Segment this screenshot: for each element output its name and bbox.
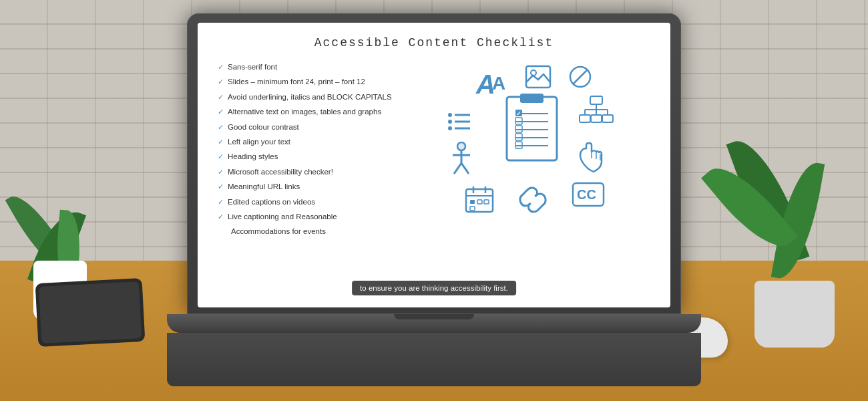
checklist-text-11: Live captioning and Reasonable (228, 211, 337, 222)
svg-rect-13 (520, 94, 544, 103)
check-icon-2: ✓ (218, 77, 224, 87)
svg-rect-25 (590, 96, 602, 104)
hand-icon (575, 142, 604, 175)
svg-text:✓: ✓ (516, 110, 521, 117)
svg-line-38 (454, 163, 461, 174)
accessibility-icon (445, 142, 478, 178)
checklist-text-2: Slides – minimum font 24, print – font 1… (228, 76, 365, 87)
checklist-text-6: Left align your text (228, 136, 290, 147)
checklist-text-10: Edited captions on videos (228, 196, 315, 207)
checklist-item-7: ✓ Heading styles (218, 151, 425, 162)
svg-point-6 (448, 113, 452, 117)
calendar-icon (465, 185, 494, 213)
checklist-section: ✓ Sans-serif font ✓ Slides – minimum fon… (218, 61, 425, 249)
tooltip: to ensure you are thinking accessibility… (352, 281, 516, 295)
svg-text:A: A (492, 73, 505, 94)
check-icon-4: ✓ (218, 107, 224, 117)
checklist-item-10: ✓ Edited captions on videos (218, 196, 425, 207)
checklist-text-9: Meaningful URL links (228, 181, 300, 192)
no-symbol-icon (568, 65, 592, 89)
checklist-item-2: ✓ Slides – minimum font 24, print – font… (218, 76, 425, 87)
document-checklist-icon: ✓ (501, 92, 562, 165)
laptop-screen: Accessible Content Checklist ✓ Sans-seri… (198, 23, 670, 307)
plant-right (734, 134, 855, 348)
checklist-item-11: ✓ Live captioning and Reasonable (218, 211, 425, 222)
svg-rect-33 (602, 115, 613, 122)
checklist-item-1: ✓ Sans-serif font (218, 61, 425, 72)
svg-rect-32 (591, 115, 602, 122)
check-icon-10: ✓ (218, 197, 224, 207)
org-chart-icon (578, 95, 615, 128)
svg-rect-46 (484, 200, 489, 204)
laptop-keyboard (167, 333, 701, 386)
svg-rect-47 (470, 207, 475, 211)
svg-line-5 (574, 70, 587, 84)
checklist-text-3: Avoid underlining, italics and BLOCK CAP… (228, 92, 392, 102)
check-icon-8: ✓ (218, 167, 224, 177)
check-icon-6: ✓ (218, 137, 224, 147)
svg-rect-31 (580, 115, 590, 122)
svg-text:CC: CC (577, 187, 596, 202)
svg-point-10 (448, 126, 452, 130)
icons-section: A A (438, 61, 650, 249)
checklist-item-4: ✓ Alternative text on images, tables and… (218, 106, 425, 117)
check-icon-7: ✓ (218, 152, 224, 162)
svg-line-39 (461, 163, 469, 174)
screen-content: Accessible Content Checklist ✓ Sans-seri… (198, 23, 670, 307)
check-icon-3: ✓ (218, 92, 224, 102)
checklist-text-8: Microsoft accessibility checker! (228, 166, 333, 177)
laptop-base (167, 314, 701, 333)
content-layout: ✓ Sans-serif font ✓ Slides – minimum fon… (218, 61, 650, 249)
image-icon (525, 65, 552, 89)
checklist-item-8: ✓ Microsoft accessibility checker! (218, 166, 425, 177)
svg-rect-12 (507, 97, 557, 160)
closed-caption-icon: CC (572, 182, 605, 207)
list-icon (445, 108, 473, 134)
screen-title: Accessible Content Checklist (218, 36, 650, 49)
checklist-text-4: Alternative text on images, tables and g… (228, 106, 381, 117)
svg-point-35 (457, 142, 465, 150)
check-icon-1: ✓ (218, 62, 224, 72)
checklist-text-5: Good colour contrast (228, 122, 299, 132)
checklist-item-9: ✓ Meaningful URL links (218, 181, 425, 192)
checklist-item-6: ✓ Left align your text (218, 136, 425, 147)
laptop-screen-bezel: Accessible Content Checklist ✓ Sans-seri… (187, 13, 681, 314)
checklist-item-5: ✓ Good colour contrast (218, 122, 425, 132)
checklist-text-12: Accommodations for events (231, 226, 326, 237)
svg-point-3 (531, 70, 536, 76)
laptop: Accessible Content Checklist ✓ Sans-seri… (187, 13, 681, 386)
link-chain-icon (518, 185, 548, 215)
tablet-device (35, 278, 146, 347)
checklist-item-12: Accommodations for events (231, 226, 425, 237)
svg-rect-44 (470, 200, 475, 204)
checklist-text-1: Sans-serif font (228, 61, 277, 72)
checklist-text-7: Heading styles (228, 151, 278, 162)
checklist-item-3: ✓ Avoid underlining, italics and BLOCK C… (218, 92, 425, 102)
check-icon-5: ✓ (218, 122, 224, 132)
check-icon-9: ✓ (218, 182, 224, 192)
svg-point-8 (448, 120, 452, 124)
check-icon-11: ✓ (218, 212, 224, 222)
svg-rect-45 (477, 200, 482, 204)
